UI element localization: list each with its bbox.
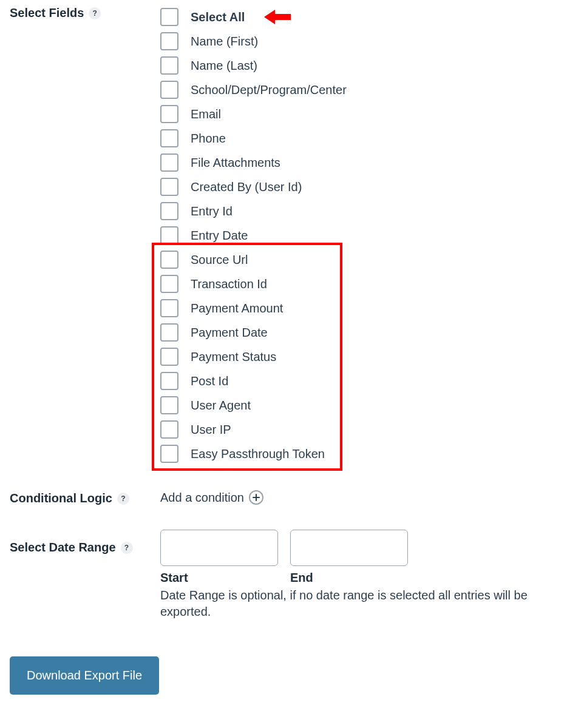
field-checkbox[interactable]: [160, 348, 178, 366]
field-item: Name (First): [160, 29, 557, 53]
field-checkbox[interactable]: [160, 56, 178, 75]
add-condition-row: Add a condition: [160, 490, 557, 505]
label-col-conditional-logic: Conditional Logic ?: [10, 490, 160, 505]
field-item: Name (Last): [160, 53, 557, 78]
plus-icon: [253, 494, 260, 501]
field-label: Phone: [191, 132, 226, 146]
field-label: Source Url: [191, 253, 248, 267]
field-label: School/Dept/Program/Center: [191, 83, 347, 97]
field-checkbox[interactable]: [160, 445, 178, 463]
field-checkbox[interactable]: [160, 153, 178, 172]
fields-content: Select AllName (First)Name (Last)School/…: [160, 5, 557, 466]
field-label: Entry Date: [191, 229, 248, 243]
field-item: Easy Passthrough Token: [160, 442, 557, 466]
field-checkbox[interactable]: [160, 178, 178, 196]
date-start-label: Start: [160, 571, 278, 585]
fields-list: Select AllName (First)Name (Last)School/…: [160, 5, 557, 466]
field-label: Payment Status: [191, 350, 276, 364]
field-label: Payment Amount: [191, 302, 283, 315]
conditional-logic-title: Conditional Logic: [10, 491, 112, 505]
field-item: Phone: [160, 126, 557, 150]
field-checkbox[interactable]: [160, 323, 178, 342]
date-range-content: Start End Date Range is optional, if no …: [160, 530, 557, 620]
field-item: Created By (User Id): [160, 175, 557, 199]
conditional-logic-content: Add a condition: [160, 490, 557, 505]
field-item: Email: [160, 102, 557, 126]
date-end-label: End: [290, 571, 408, 585]
field-label: Transaction Id: [191, 277, 267, 291]
field-checkbox[interactable]: [160, 396, 178, 414]
field-checkbox[interactable]: [160, 32, 178, 50]
field-checkbox[interactable]: [160, 8, 178, 26]
download-export-button[interactable]: Download Export File: [10, 656, 159, 695]
field-item: Payment Status: [160, 345, 557, 369]
add-condition-button[interactable]: [249, 490, 263, 505]
field-checkbox[interactable]: [160, 251, 178, 269]
field-checkbox[interactable]: [160, 105, 178, 123]
field-checkbox[interactable]: [160, 299, 178, 317]
select-fields-title: Select Fields: [10, 6, 84, 20]
field-item: File Attachments: [160, 150, 557, 175]
export-form: Select Fields ? Select AllName (First)Na…: [0, 0, 567, 719]
field-item: User IP: [160, 417, 557, 442]
field-label: User IP: [191, 423, 231, 437]
svg-marker-0: [264, 10, 291, 24]
arrow-left-icon: [264, 8, 291, 25]
label-col-select-fields: Select Fields ?: [10, 5, 160, 20]
field-label: Name (First): [191, 35, 258, 49]
row-date-range: Select Date Range ? Start End Date Range…: [10, 530, 557, 620]
field-checkbox[interactable]: [160, 81, 178, 99]
label-col-date-range: Select Date Range ?: [10, 530, 160, 554]
date-range-title: Select Date Range: [10, 541, 116, 554]
field-label: File Attachments: [191, 156, 280, 170]
field-checkbox[interactable]: [160, 129, 178, 147]
help-icon[interactable]: ?: [117, 493, 129, 505]
field-label: Select All: [191, 10, 245, 24]
field-checkbox[interactable]: [160, 420, 178, 439]
help-icon[interactable]: ?: [121, 542, 133, 554]
field-label: Email: [191, 107, 221, 121]
date-start-group: Start: [160, 530, 278, 585]
field-item: User Agent: [160, 393, 557, 417]
row-select-fields: Select Fields ? Select AllName (First)Na…: [10, 5, 557, 466]
field-item: Source Url: [160, 248, 557, 272]
field-item: Post Id: [160, 369, 557, 393]
add-condition-label: Add a condition: [160, 491, 244, 505]
field-item: Payment Date: [160, 320, 557, 345]
field-label: Payment Date: [191, 326, 268, 340]
field-label: Easy Passthrough Token: [191, 447, 325, 461]
field-label: Created By (User Id): [191, 180, 302, 194]
field-label: Name (Last): [191, 59, 257, 73]
field-item: Entry Id: [160, 199, 557, 223]
date-start-input[interactable]: [160, 530, 278, 566]
field-checkbox[interactable]: [160, 202, 178, 220]
field-item: Select All: [160, 5, 557, 29]
field-label: Entry Id: [191, 204, 233, 218]
row-conditional-logic: Conditional Logic ? Add a condition: [10, 490, 557, 505]
field-item: School/Dept/Program/Center: [160, 78, 557, 102]
field-checkbox[interactable]: [160, 275, 178, 293]
date-inputs: Start End: [160, 530, 557, 585]
help-icon[interactable]: ?: [89, 7, 101, 19]
date-end-input[interactable]: [290, 530, 408, 566]
field-item: Entry Date: [160, 223, 557, 248]
field-checkbox[interactable]: [160, 372, 178, 390]
date-end-group: End: [290, 530, 408, 585]
field-label: User Agent: [191, 399, 251, 413]
field-checkbox[interactable]: [160, 226, 178, 244]
date-range-note: Date Range is optional, if no date range…: [160, 587, 549, 620]
field-label: Post Id: [191, 374, 228, 388]
field-item: Payment Amount: [160, 296, 557, 320]
field-item: Transaction Id: [160, 272, 557, 296]
